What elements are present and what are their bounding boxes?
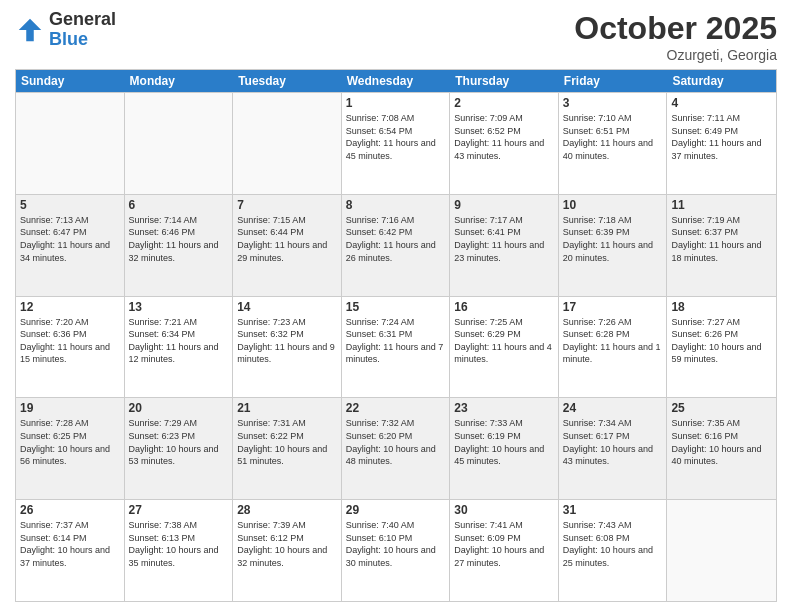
calendar-cell: 21Sunrise: 7:31 AM Sunset: 6:22 PM Dayli… [233,398,342,499]
day-number: 18 [671,300,772,314]
day-number: 27 [129,503,229,517]
calendar-cell: 24Sunrise: 7:34 AM Sunset: 6:17 PM Dayli… [559,398,668,499]
day-info: Sunrise: 7:31 AM Sunset: 6:22 PM Dayligh… [237,417,337,467]
day-number: 26 [20,503,120,517]
calendar-cell: 23Sunrise: 7:33 AM Sunset: 6:19 PM Dayli… [450,398,559,499]
day-info: Sunrise: 7:24 AM Sunset: 6:31 PM Dayligh… [346,316,446,366]
title-block: October 2025 Ozurgeti, Georgia [574,10,777,63]
calendar-cell: 11Sunrise: 7:19 AM Sunset: 6:37 PM Dayli… [667,195,776,296]
logo-icon [15,15,45,45]
day-info: Sunrise: 7:39 AM Sunset: 6:12 PM Dayligh… [237,519,337,569]
logo: General Blue [15,10,116,50]
day-info: Sunrise: 7:34 AM Sunset: 6:17 PM Dayligh… [563,417,663,467]
day-number: 23 [454,401,554,415]
day-number: 11 [671,198,772,212]
day-info: Sunrise: 7:09 AM Sunset: 6:52 PM Dayligh… [454,112,554,162]
day-info: Sunrise: 7:08 AM Sunset: 6:54 PM Dayligh… [346,112,446,162]
calendar-cell: 1Sunrise: 7:08 AM Sunset: 6:54 PM Daylig… [342,93,451,194]
day-number: 6 [129,198,229,212]
calendar-cell [16,93,125,194]
day-number: 14 [237,300,337,314]
day-number: 4 [671,96,772,110]
logo-text: General Blue [49,10,116,50]
day-info: Sunrise: 7:23 AM Sunset: 6:32 PM Dayligh… [237,316,337,366]
location: Ozurgeti, Georgia [574,47,777,63]
day-info: Sunrise: 7:37 AM Sunset: 6:14 PM Dayligh… [20,519,120,569]
day-info: Sunrise: 7:14 AM Sunset: 6:46 PM Dayligh… [129,214,229,264]
day-number: 30 [454,503,554,517]
day-number: 24 [563,401,663,415]
calendar-row-0: 1Sunrise: 7:08 AM Sunset: 6:54 PM Daylig… [16,92,776,194]
weekday-header-wednesday: Wednesday [342,70,451,92]
day-info: Sunrise: 7:43 AM Sunset: 6:08 PM Dayligh… [563,519,663,569]
calendar-cell: 26Sunrise: 7:37 AM Sunset: 6:14 PM Dayli… [16,500,125,601]
calendar-cell: 9Sunrise: 7:17 AM Sunset: 6:41 PM Daylig… [450,195,559,296]
day-number: 15 [346,300,446,314]
calendar-row-1: 5Sunrise: 7:13 AM Sunset: 6:47 PM Daylig… [16,194,776,296]
day-number: 29 [346,503,446,517]
calendar-cell: 3Sunrise: 7:10 AM Sunset: 6:51 PM Daylig… [559,93,668,194]
calendar-cell: 12Sunrise: 7:20 AM Sunset: 6:36 PM Dayli… [16,297,125,398]
month-title: October 2025 [574,10,777,47]
day-number: 19 [20,401,120,415]
day-info: Sunrise: 7:20 AM Sunset: 6:36 PM Dayligh… [20,316,120,366]
page: General Blue October 2025 Ozurgeti, Geor… [0,0,792,612]
weekday-header-tuesday: Tuesday [233,70,342,92]
day-number: 12 [20,300,120,314]
calendar-cell: 16Sunrise: 7:25 AM Sunset: 6:29 PM Dayli… [450,297,559,398]
day-info: Sunrise: 7:16 AM Sunset: 6:42 PM Dayligh… [346,214,446,264]
calendar-cell: 14Sunrise: 7:23 AM Sunset: 6:32 PM Dayli… [233,297,342,398]
day-info: Sunrise: 7:25 AM Sunset: 6:29 PM Dayligh… [454,316,554,366]
header: General Blue October 2025 Ozurgeti, Geor… [15,10,777,63]
day-number: 28 [237,503,337,517]
day-number: 7 [237,198,337,212]
calendar-cell: 18Sunrise: 7:27 AM Sunset: 6:26 PM Dayli… [667,297,776,398]
day-number: 2 [454,96,554,110]
day-info: Sunrise: 7:41 AM Sunset: 6:09 PM Dayligh… [454,519,554,569]
calendar-cell: 30Sunrise: 7:41 AM Sunset: 6:09 PM Dayli… [450,500,559,601]
day-info: Sunrise: 7:10 AM Sunset: 6:51 PM Dayligh… [563,112,663,162]
day-info: Sunrise: 7:40 AM Sunset: 6:10 PM Dayligh… [346,519,446,569]
calendar-cell: 19Sunrise: 7:28 AM Sunset: 6:25 PM Dayli… [16,398,125,499]
day-number: 5 [20,198,120,212]
calendar-cell: 4Sunrise: 7:11 AM Sunset: 6:49 PM Daylig… [667,93,776,194]
day-info: Sunrise: 7:28 AM Sunset: 6:25 PM Dayligh… [20,417,120,467]
day-info: Sunrise: 7:38 AM Sunset: 6:13 PM Dayligh… [129,519,229,569]
day-info: Sunrise: 7:19 AM Sunset: 6:37 PM Dayligh… [671,214,772,264]
day-number: 20 [129,401,229,415]
calendar-cell: 25Sunrise: 7:35 AM Sunset: 6:16 PM Dayli… [667,398,776,499]
calendar-cell: 22Sunrise: 7:32 AM Sunset: 6:20 PM Dayli… [342,398,451,499]
calendar-cell: 10Sunrise: 7:18 AM Sunset: 6:39 PM Dayli… [559,195,668,296]
day-number: 13 [129,300,229,314]
day-info: Sunrise: 7:33 AM Sunset: 6:19 PM Dayligh… [454,417,554,467]
calendar-cell: 6Sunrise: 7:14 AM Sunset: 6:46 PM Daylig… [125,195,234,296]
day-info: Sunrise: 7:18 AM Sunset: 6:39 PM Dayligh… [563,214,663,264]
weekday-header-thursday: Thursday [450,70,559,92]
calendar-cell: 17Sunrise: 7:26 AM Sunset: 6:28 PM Dayli… [559,297,668,398]
calendar-cell: 31Sunrise: 7:43 AM Sunset: 6:08 PM Dayli… [559,500,668,601]
day-number: 3 [563,96,663,110]
day-number: 25 [671,401,772,415]
calendar-cell [125,93,234,194]
calendar-cell [667,500,776,601]
day-number: 8 [346,198,446,212]
svg-marker-0 [19,19,42,42]
day-number: 22 [346,401,446,415]
calendar-cell [233,93,342,194]
calendar-cell: 29Sunrise: 7:40 AM Sunset: 6:10 PM Dayli… [342,500,451,601]
weekday-header-saturday: Saturday [667,70,776,92]
calendar-row-4: 26Sunrise: 7:37 AM Sunset: 6:14 PM Dayli… [16,499,776,601]
day-info: Sunrise: 7:32 AM Sunset: 6:20 PM Dayligh… [346,417,446,467]
day-info: Sunrise: 7:21 AM Sunset: 6:34 PM Dayligh… [129,316,229,366]
day-info: Sunrise: 7:27 AM Sunset: 6:26 PM Dayligh… [671,316,772,366]
calendar-header: SundayMondayTuesdayWednesdayThursdayFrid… [16,70,776,92]
day-info: Sunrise: 7:26 AM Sunset: 6:28 PM Dayligh… [563,316,663,366]
calendar-body: 1Sunrise: 7:08 AM Sunset: 6:54 PM Daylig… [16,92,776,601]
calendar-cell: 13Sunrise: 7:21 AM Sunset: 6:34 PM Dayli… [125,297,234,398]
day-number: 31 [563,503,663,517]
calendar-row-3: 19Sunrise: 7:28 AM Sunset: 6:25 PM Dayli… [16,397,776,499]
calendar-cell: 5Sunrise: 7:13 AM Sunset: 6:47 PM Daylig… [16,195,125,296]
calendar-cell: 28Sunrise: 7:39 AM Sunset: 6:12 PM Dayli… [233,500,342,601]
day-info: Sunrise: 7:11 AM Sunset: 6:49 PM Dayligh… [671,112,772,162]
weekday-header-sunday: Sunday [16,70,125,92]
